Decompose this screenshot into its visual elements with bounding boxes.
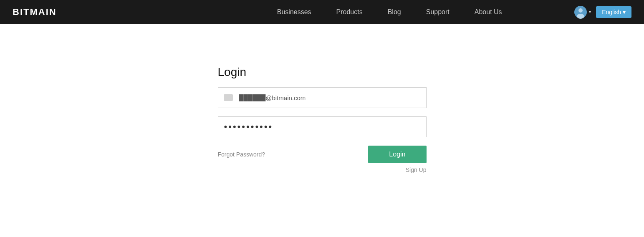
navbar-left: BITMAIN — [13, 7, 57, 18]
user-chevron-icon: ▾ — [589, 10, 591, 14]
main-content: Login Forgot Password? Login Sign Up — [0, 24, 644, 173]
login-title: Login — [218, 66, 427, 79]
sign-up-row: Sign Up — [218, 166, 427, 173]
login-button[interactable]: Login — [368, 146, 426, 163]
svg-point-2 — [577, 14, 584, 19]
language-button[interactable]: English ▾ — [596, 6, 631, 18]
navbar-center: Businesses Products Blog Support About U… — [277, 8, 502, 16]
user-account-button[interactable]: ▾ — [574, 5, 591, 19]
forgot-password-link[interactable]: Forgot Password? — [218, 151, 265, 158]
password-input[interactable] — [218, 116, 427, 137]
nav-item-about-us[interactable]: About Us — [475, 8, 502, 16]
nav-item-products[interactable]: Products — [336, 8, 363, 16]
nav-item-businesses[interactable]: Businesses — [277, 8, 311, 16]
login-box: Login Forgot Password? Login Sign Up — [218, 66, 427, 173]
nav-item-blog[interactable]: Blog — [388, 8, 401, 16]
navbar-right: ▾ English ▾ — [574, 5, 631, 19]
user-avatar-icon — [574, 5, 587, 19]
nav-item-support[interactable]: Support — [426, 8, 450, 16]
login-actions: Forgot Password? Login — [218, 146, 427, 163]
navbar: BITMAIN Businesses Products Blog Support… — [0, 0, 644, 24]
email-field-wrapper — [218, 87, 427, 108]
logo: BITMAIN — [13, 7, 57, 18]
svg-point-1 — [578, 8, 583, 13]
email-input[interactable] — [218, 87, 427, 108]
email-icon — [224, 94, 233, 101]
sign-up-link[interactable]: Sign Up — [406, 166, 427, 173]
